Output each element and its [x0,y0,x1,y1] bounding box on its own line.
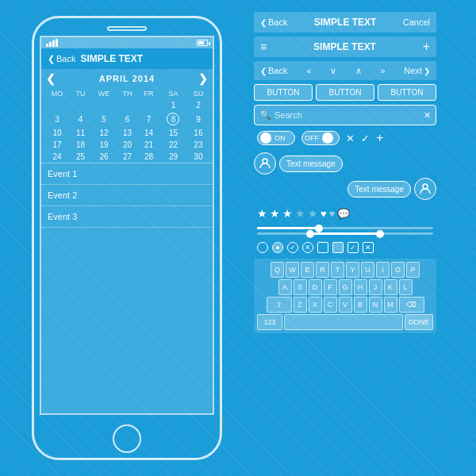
key-k[interactable]: K [384,279,397,295]
key-e[interactable]: E [301,262,314,278]
slider-thumb-1[interactable] [315,225,323,232]
star-filled-1[interactable]: ★ [257,207,267,220]
nav1-back-button[interactable]: ❮ Back [260,17,287,27]
toggle-on[interactable]: ON [257,131,295,145]
key-123[interactable]: 123 [257,314,282,330]
key-backspace[interactable]: ⌫ [399,297,424,313]
cal-day[interactable]: 2 [187,99,209,111]
key-space[interactable] [284,314,403,330]
heart-empty-icon[interactable]: ♥ [329,208,336,220]
cal-day[interactable]: 22 [159,139,187,151]
cal-day[interactable]: 27 [117,151,138,163]
search-input[interactable] [274,110,420,120]
button-3[interactable]: BUTTON [378,84,436,101]
key-d[interactable]: D [309,279,322,295]
menu-icon[interactable]: ≡ [260,40,267,53]
slider-track-2[interactable] [257,232,433,235]
calendar-prev-month[interactable]: ❮ [46,72,56,85]
toggle-off[interactable]: OFF [301,131,340,145]
key-f[interactable]: F [324,279,337,295]
checkbox-square[interactable] [332,242,344,253]
cal-day[interactable] [117,99,138,111]
key-o[interactable]: O [391,262,405,278]
key-p[interactable]: P [406,262,420,278]
cal-day[interactable]: 1 [159,99,187,111]
cal-day[interactable] [70,99,91,111]
slider-thumb-left[interactable] [306,230,314,238]
nav3-up-arrow[interactable]: ∧ [355,66,362,76]
speech-bubble-icon[interactable]: 💬 [337,208,350,220]
cal-day[interactable]: 3 [44,111,70,127]
key-s[interactable]: S [294,279,307,295]
radio-check[interactable]: ✓ [287,242,298,253]
cal-day[interactable]: 7 [138,111,159,127]
checkbox-checked[interactable]: ✓ [347,242,359,253]
radio-empty[interactable] [257,242,268,253]
phone-back-button[interactable]: ❮ Back [48,54,75,64]
key-i[interactable]: I [376,262,390,278]
cal-day[interactable] [44,99,70,111]
key-q[interactable]: Q [271,262,284,278]
star-empty-1[interactable]: ★ [295,207,305,220]
button-2[interactable]: BUTTON [316,84,374,101]
nav3-back-button[interactable]: ❮ Back [260,66,287,75]
radio-cross[interactable]: ✕ [302,242,313,253]
slider-track-1[interactable] [257,227,433,229]
key-u[interactable]: U [361,262,374,278]
key-g[interactable]: G [339,279,352,295]
key-z[interactable]: Z [294,297,307,313]
nav3-double-left[interactable]: « [306,66,311,75]
cal-day[interactable]: 29 [159,151,187,163]
event-item-2[interactable]: Event 2 [41,185,213,206]
cal-day[interactable]: 6 [117,111,138,127]
cal-day[interactable]: 14 [138,127,159,139]
nav3-double-right[interactable]: » [380,66,385,75]
nav1-cancel-button[interactable]: Cancel [403,17,430,27]
cal-day[interactable]: 26 [91,151,117,163]
nav3-down-arrow[interactable]: ∨ [330,66,336,76]
cal-day-today[interactable]: 8 [159,111,187,127]
key-w[interactable]: W [286,262,299,278]
button-1[interactable]: BUTTON [254,84,313,101]
cal-day[interactable]: 20 [117,139,138,151]
cal-day[interactable]: 10 [44,127,70,139]
cal-day[interactable]: 17 [44,139,70,151]
cal-day[interactable]: 21 [138,139,159,151]
cal-day[interactable]: 12 [91,127,117,139]
key-c[interactable]: C [324,297,337,313]
key-h[interactable]: H [354,279,367,295]
cal-day[interactable]: 23 [187,139,209,151]
star-filled-3[interactable]: ★ [282,207,293,220]
cal-day[interactable]: 25 [70,151,91,163]
slider-thumb-right[interactable] [376,230,384,238]
cal-day[interactable]: 4 [70,111,91,127]
cal-day[interactable]: 24 [44,151,70,163]
key-done[interactable]: DONE [405,314,433,330]
cal-day[interactable]: 30 [187,151,209,163]
nav3-next-button[interactable]: Next ❯ [404,66,430,75]
checkbox-cross[interactable]: ✕ [363,242,374,253]
key-a[interactable]: A [278,279,292,295]
cal-day[interactable]: 16 [187,127,209,139]
key-t[interactable]: T [331,262,344,278]
key-shift[interactable]: ⇧ [267,297,292,313]
key-l[interactable]: L [399,279,413,295]
key-x[interactable]: X [309,297,322,313]
heart-filled-icon[interactable]: ♥ [321,208,327,220]
key-v[interactable]: V [339,297,352,313]
star-empty-2[interactable]: ★ [308,207,318,220]
key-r[interactable]: R [316,262,329,278]
search-bar[interactable]: 🔍 ✕ [254,105,436,125]
cal-day[interactable]: 5 [91,111,117,127]
cal-day[interactable] [138,99,159,111]
cal-day[interactable]: 18 [70,139,91,151]
cal-day[interactable]: 13 [117,127,138,139]
plus-icon[interactable]: + [376,131,383,145]
cal-day[interactable]: 28 [138,151,159,163]
checkbox-empty[interactable] [317,242,328,253]
key-n[interactable]: N [369,297,382,313]
add-icon[interactable]: + [423,40,430,54]
cal-day[interactable]: 11 [70,127,91,139]
cal-day[interactable]: 9 [187,111,209,127]
event-item-1[interactable]: Event 1 [41,163,213,185]
